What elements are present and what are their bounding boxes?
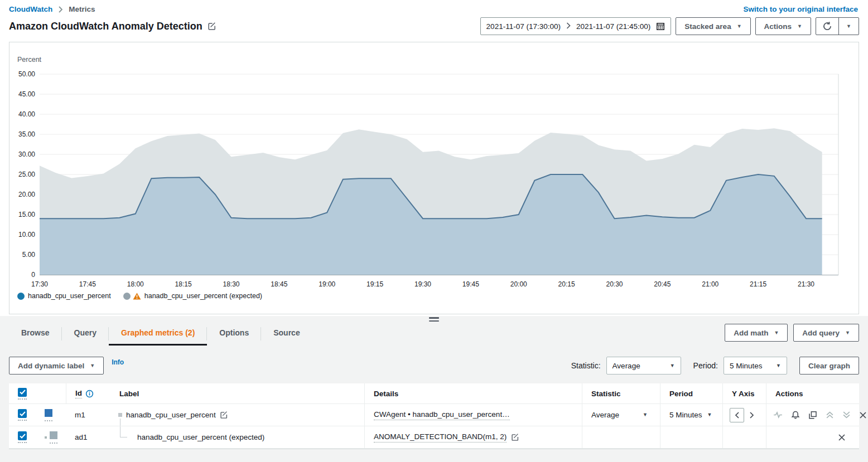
col-header-label: Label (110, 383, 364, 403)
row-period-dropdown[interactable]: 5 Minutes▼ (669, 411, 712, 419)
svg-text:25.00: 25.00 (18, 171, 35, 178)
edit-expression-icon[interactable] (511, 433, 519, 441)
refresh-options-dropdown[interactable]: ▼ (838, 18, 859, 35)
svg-text:19:00: 19:00 (319, 280, 335, 288)
tree-elbow-connector (120, 426, 127, 437)
metrics-chart[interactable]: Percent50.0045.0040.0035.0030.0025.0020.… (9, 42, 859, 290)
color-swatch-ad1[interactable] (50, 431, 57, 439)
tab-browse[interactable]: Browse (9, 323, 62, 346)
page-title: Amazon CloudWatch Anomaly Detection (9, 21, 202, 32)
y-axis-right-toggle[interactable] (746, 408, 757, 422)
color-column-header (36, 383, 66, 403)
svg-text:0: 0 (31, 271, 35, 279)
col-header-actions: Actions (766, 383, 859, 403)
anomaly-pulse-icon[interactable] (773, 411, 783, 419)
color-swatch-m1[interactable] (45, 409, 52, 417)
col-header-id: Id (66, 383, 110, 403)
tab-graphed-metrics[interactable]: Graphed metrics (2) (109, 323, 207, 346)
add-dynamic-label-dropdown[interactable]: Add dynamic label▼ (9, 357, 104, 375)
svg-text:45.00: 45.00 (18, 90, 35, 98)
actions-dropdown[interactable]: Actions▼ (755, 17, 811, 35)
clear-graph-button[interactable]: Clear graph (799, 357, 859, 375)
remove-metric-icon[interactable] (859, 411, 867, 419)
table-header-row: Id Label Details Statistic Period Y Axis… (9, 383, 859, 404)
legend-item-actual[interactable]: hanadb_cpu_user_percent (17, 292, 111, 300)
svg-text:20:45: 20:45 (654, 280, 671, 288)
svg-text:30.00: 30.00 (18, 150, 35, 158)
edit-label-icon[interactable] (220, 411, 228, 419)
move-up-icon[interactable] (826, 411, 834, 419)
chevron-down-icon: ▼ (845, 330, 850, 335)
graphed-metrics-table: Id Label Details Statistic Period Y Axis… (9, 383, 859, 449)
svg-text:5.00: 5.00 (22, 251, 36, 259)
col-header-statistic: Statistic (582, 383, 660, 403)
metrics-chart-panel: Percent50.0045.0040.0035.0030.0025.0020.… (9, 42, 859, 314)
tree-node-icon (118, 413, 122, 417)
svg-text:18:15: 18:15 (175, 280, 192, 288)
resize-handle[interactable] (429, 316, 439, 323)
row-statistic-dropdown[interactable]: Average▼ (591, 411, 648, 419)
period-label: Period: (693, 361, 718, 370)
alarm-bell-icon[interactable] (791, 411, 800, 420)
switch-interface-link[interactable]: Switch to your original interface (743, 5, 858, 13)
graphed-metrics-controls: Add dynamic label▼ Info Statistic: Avera… (0, 346, 868, 375)
period-select[interactable]: 5 Minutes▼ (724, 357, 787, 375)
chevron-down-icon: ▼ (90, 363, 95, 368)
col-header-period: Period (660, 383, 722, 403)
tree-dot-icon (45, 436, 47, 439)
svg-text:50.00: 50.00 (18, 70, 35, 78)
add-math-dropdown[interactable]: Add math▼ (725, 324, 788, 342)
tree-connector (120, 419, 120, 426)
legend-item-expected[interactable]: hanadb_cpu_user_percent (expected) (123, 292, 262, 300)
tab-query[interactable]: Query (62, 323, 109, 346)
svg-text:19:45: 19:45 (462, 280, 479, 288)
y-axis-left-toggle[interactable] (730, 408, 744, 422)
metric-id-ad1: ad1 (66, 426, 110, 448)
metric-label-ad1: hanadb_cpu_user_percent (expected) (118, 433, 264, 441)
metric-details-ad1[interactable]: ANOMALY_DETECTION_BAND(m1, 2) (374, 432, 507, 442)
info-icon[interactable] (85, 390, 94, 398)
legend-label: hanadb_cpu_user_percent (28, 292, 111, 300)
row-checkbox-ad1[interactable] (18, 431, 27, 440)
chart-type-dropdown[interactable]: Stacked area▼ (676, 17, 750, 35)
add-query-dropdown[interactable]: Add query▼ (793, 324, 859, 342)
warning-icon (133, 293, 141, 300)
date-start: 2021-11-07 (17:30:00) (486, 22, 561, 31)
date-end: 2021-11-07 (21:45:00) (576, 22, 650, 31)
statistic-select[interactable]: Average▼ (606, 357, 681, 375)
col-header-y-axis: Y Axis (722, 383, 766, 403)
move-down-icon[interactable] (842, 411, 851, 419)
edit-title-icon[interactable] (208, 22, 216, 31)
svg-text:17:30: 17:30 (31, 280, 48, 288)
svg-text:19:30: 19:30 (414, 280, 431, 288)
col-header-details: Details (364, 383, 582, 403)
svg-text:20:30: 20:30 (606, 280, 623, 288)
table-row: m1 hanadb_cpu_user_percent CWAgent • han… (9, 404, 859, 426)
legend-swatch-gray (123, 293, 131, 300)
tabs-row: Browse Query Graphed metrics (2) Options… (0, 323, 868, 346)
chevron-down-icon: ▼ (737, 24, 742, 29)
svg-text:21:00: 21:00 (702, 280, 718, 288)
chevron-down-icon: ▼ (774, 330, 779, 335)
date-range-picker[interactable]: 2021-11-07 (17:30:00) 2021-11-07 (21:45:… (480, 17, 672, 35)
svg-text:17:45: 17:45 (79, 280, 96, 288)
svg-text:15.00: 15.00 (18, 211, 35, 218)
svg-text:20.00: 20.00 (18, 191, 35, 198)
info-link[interactable]: Info (112, 358, 124, 366)
breadcrumb-cloudwatch-link[interactable]: CloudWatch (9, 5, 52, 13)
svg-text:35.00: 35.00 (18, 130, 35, 138)
table-row: ad1 hanadb_cpu_user_percent (expected) A… (9, 426, 859, 449)
metric-details-m1[interactable]: CWAgent • hanadb_cpu_user_percent… (374, 410, 510, 420)
duplicate-icon[interactable] (808, 411, 817, 420)
refresh-button[interactable] (816, 18, 838, 35)
tab-source[interactable]: Source (261, 323, 312, 346)
tab-options[interactable]: Options (207, 323, 261, 346)
top-bar: CloudWatch Metrics Switch to your origin… (0, 0, 868, 16)
remove-metric-icon[interactable] (838, 434, 846, 441)
date-chevron-icon (566, 22, 571, 31)
select-all-checkbox[interactable] (18, 388, 27, 397)
row-checkbox-m1[interactable] (18, 409, 27, 418)
svg-text:40.00: 40.00 (18, 110, 35, 118)
calendar-icon[interactable] (656, 22, 665, 31)
chevron-down-icon: ▼ (670, 363, 675, 368)
